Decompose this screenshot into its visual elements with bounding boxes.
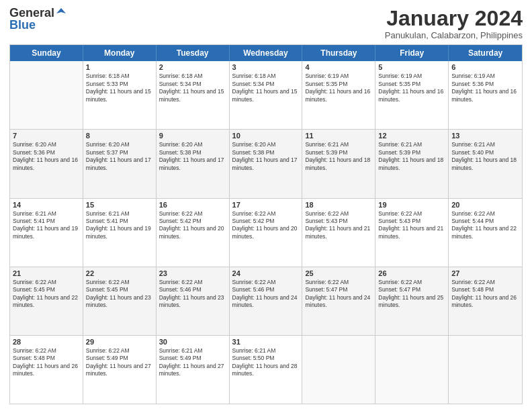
cell-info: Sunrise: 6:20 AMSunset: 5:36 PMDaylight:… [13,141,80,172]
cell-info: Sunrise: 6:22 AMSunset: 5:42 PMDaylight:… [232,210,300,241]
date-cell-28: 28Sunrise: 6:22 AMSunset: 5:48 PMDayligh… [10,336,83,404]
date-cell-14: 14Sunrise: 6:21 AMSunset: 5:41 PMDayligh… [10,199,83,267]
header-day-monday: Monday [83,45,157,61]
date-cell-16: 16Sunrise: 6:22 AMSunset: 5:42 PMDayligh… [157,199,230,267]
calendar-row-4: 28Sunrise: 6:22 AMSunset: 5:48 PMDayligh… [10,336,522,404]
logo: General Blue [9,7,67,31]
day-number: 19 [378,201,445,209]
date-cell-19: 19Sunrise: 6:22 AMSunset: 5:43 PMDayligh… [375,199,449,267]
cell-info: Sunrise: 6:19 AMSunset: 5:36 PMDaylight:… [451,73,519,103]
calendar-title: January 2024 [385,7,523,30]
date-cell-6: 6Sunrise: 6:19 AMSunset: 5:36 PMDaylight… [449,61,522,129]
empty-cell [302,336,375,404]
date-cell-2: 2Sunrise: 6:18 AMSunset: 5:34 PMDaylight… [157,61,230,129]
date-cell-9: 9Sunrise: 6:20 AMSunset: 5:38 PMDaylight… [157,130,230,197]
header-day-wednesday: Wednesday [230,45,303,61]
cell-info: Sunrise: 6:18 AMSunset: 5:33 PMDaylight:… [86,73,153,103]
cell-info: Sunrise: 6:22 AMSunset: 5:42 PMDaylight:… [159,210,226,241]
date-cell-30: 30Sunrise: 6:21 AMSunset: 5:49 PMDayligh… [157,336,230,404]
day-number: 4 [305,63,372,71]
cell-info: Sunrise: 6:20 AMSunset: 5:38 PMDaylight:… [232,141,300,172]
day-number: 11 [305,132,372,140]
date-cell-29: 29Sunrise: 6:22 AMSunset: 5:49 PMDayligh… [83,336,157,404]
date-cell-25: 25Sunrise: 6:22 AMSunset: 5:47 PMDayligh… [302,267,375,335]
cell-info: Sunrise: 6:20 AMSunset: 5:37 PMDaylight:… [86,141,153,172]
day-number: 22 [86,269,153,277]
empty-cell [375,336,449,404]
header-day-saturday: Saturday [449,45,522,61]
day-number: 1 [86,63,153,71]
day-number: 8 [86,132,153,140]
date-cell-8: 8Sunrise: 6:20 AMSunset: 5:37 PMDaylight… [83,130,157,197]
day-number: 12 [378,132,445,140]
cell-info: Sunrise: 6:22 AMSunset: 5:46 PMDaylight:… [232,279,300,310]
empty-cell [10,61,83,129]
cell-info: Sunrise: 6:22 AMSunset: 5:43 PMDaylight:… [378,210,445,241]
calendar-header: SundayMondayTuesdayWednesdayThursdayFrid… [10,45,522,61]
page: General Blue January 2024 Panukulan, Cal… [0,0,532,411]
date-cell-31: 31Sunrise: 6:21 AMSunset: 5:50 PMDayligh… [230,336,303,404]
day-number: 10 [232,132,300,140]
date-cell-4: 4Sunrise: 6:19 AMSunset: 5:35 PMDaylight… [302,61,375,129]
cell-info: Sunrise: 6:21 AMSunset: 5:49 PMDaylight:… [159,347,226,378]
calendar-row-2: 14Sunrise: 6:21 AMSunset: 5:41 PMDayligh… [10,199,522,267]
svg-marker-0 [56,8,66,13]
date-cell-17: 17Sunrise: 6:22 AMSunset: 5:42 PMDayligh… [230,199,303,267]
date-cell-26: 26Sunrise: 6:22 AMSunset: 5:47 PMDayligh… [375,267,449,335]
cell-info: Sunrise: 6:22 AMSunset: 5:48 PMDaylight:… [13,347,80,378]
title-section: January 2024 Panukulan, Calabarzon, Phil… [385,7,523,40]
calendar-row-0: 1Sunrise: 6:18 AMSunset: 5:33 PMDaylight… [10,61,522,130]
calendar-row-3: 21Sunrise: 6:22 AMSunset: 5:45 PMDayligh… [10,267,522,336]
header-day-sunday: Sunday [10,45,83,61]
date-cell-3: 3Sunrise: 6:18 AMSunset: 5:34 PMDaylight… [230,61,303,129]
day-number: 2 [159,63,226,71]
day-number: 28 [13,338,80,346]
cell-info: Sunrise: 6:21 AMSunset: 5:41 PMDaylight:… [86,210,153,241]
date-cell-23: 23Sunrise: 6:22 AMSunset: 5:46 PMDayligh… [157,267,230,335]
header: General Blue January 2024 Panukulan, Cal… [9,7,523,40]
day-number: 7 [13,132,80,140]
day-number: 31 [232,338,300,346]
day-number: 18 [305,201,372,209]
calendar-body: 1Sunrise: 6:18 AMSunset: 5:33 PMDaylight… [10,61,522,404]
header-day-tuesday: Tuesday [157,45,230,61]
day-number: 15 [86,201,153,209]
cell-info: Sunrise: 6:22 AMSunset: 5:48 PMDaylight:… [451,279,519,310]
logo-general-text: General [9,7,54,19]
cell-info: Sunrise: 6:22 AMSunset: 5:46 PMDaylight:… [159,279,226,310]
empty-cell [449,336,522,404]
date-cell-20: 20Sunrise: 6:22 AMSunset: 5:44 PMDayligh… [449,199,522,267]
day-number: 25 [305,269,372,277]
cell-info: Sunrise: 6:19 AMSunset: 5:35 PMDaylight:… [305,73,372,103]
cell-info: Sunrise: 6:18 AMSunset: 5:34 PMDaylight:… [232,73,300,103]
cell-info: Sunrise: 6:22 AMSunset: 5:47 PMDaylight:… [305,279,372,310]
cell-info: Sunrise: 6:22 AMSunset: 5:49 PMDaylight:… [86,347,153,378]
date-cell-10: 10Sunrise: 6:20 AMSunset: 5:38 PMDayligh… [230,130,303,197]
day-number: 6 [451,63,519,71]
date-cell-27: 27Sunrise: 6:22 AMSunset: 5:48 PMDayligh… [449,267,522,335]
calendar: SundayMondayTuesdayWednesdayThursdayFrid… [9,44,523,404]
date-cell-12: 12Sunrise: 6:21 AMSunset: 5:39 PMDayligh… [375,130,449,197]
logo-bird-icon [55,7,67,19]
date-cell-13: 13Sunrise: 6:21 AMSunset: 5:40 PMDayligh… [449,130,522,197]
header-day-thursday: Thursday [302,45,375,61]
day-number: 20 [451,201,519,209]
day-number: 23 [159,269,226,277]
cell-info: Sunrise: 6:22 AMSunset: 5:45 PMDaylight:… [13,279,80,310]
date-cell-7: 7Sunrise: 6:20 AMSunset: 5:36 PMDaylight… [10,130,83,197]
cell-info: Sunrise: 6:21 AMSunset: 5:40 PMDaylight:… [451,141,519,172]
day-number: 29 [86,338,153,346]
calendar-subtitle: Panukulan, Calabarzon, Philippines [385,30,523,40]
day-number: 26 [378,269,445,277]
cell-info: Sunrise: 6:21 AMSunset: 5:39 PMDaylight:… [378,141,445,172]
cell-info: Sunrise: 6:18 AMSunset: 5:34 PMDaylight:… [159,73,226,103]
date-cell-5: 5Sunrise: 6:19 AMSunset: 5:35 PMDaylight… [375,61,449,129]
cell-info: Sunrise: 6:19 AMSunset: 5:35 PMDaylight:… [378,73,445,103]
cell-info: Sunrise: 6:21 AMSunset: 5:39 PMDaylight:… [305,141,372,172]
cell-info: Sunrise: 6:22 AMSunset: 5:45 PMDaylight:… [86,279,153,310]
day-number: 3 [232,63,300,71]
day-number: 24 [232,269,300,277]
day-number: 17 [232,201,300,209]
date-cell-22: 22Sunrise: 6:22 AMSunset: 5:45 PMDayligh… [83,267,157,335]
cell-info: Sunrise: 6:20 AMSunset: 5:38 PMDaylight:… [159,141,226,172]
